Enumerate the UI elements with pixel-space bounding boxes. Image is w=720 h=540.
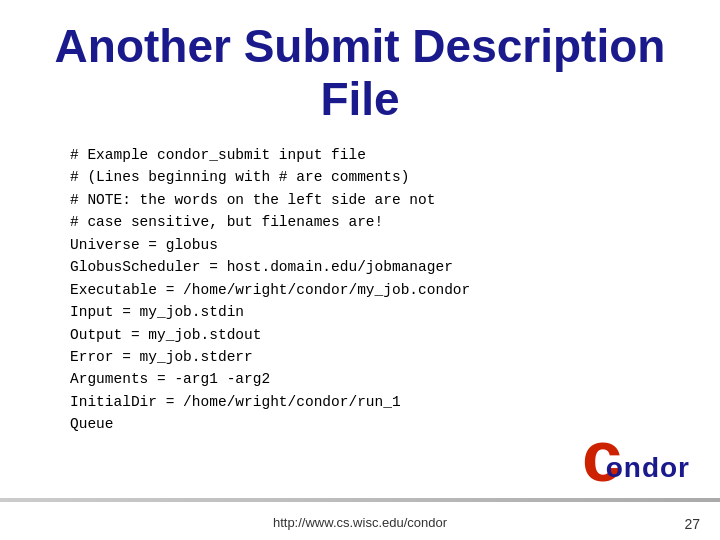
code-line: # NOTE: the words on the left side are n… xyxy=(70,189,680,211)
slide: Another Submit Description File # Exampl… xyxy=(0,0,720,540)
code-line: # Example condor_submit input file xyxy=(70,144,680,166)
code-line: # (Lines beginning with # are comments) xyxy=(70,166,680,188)
code-line: Universe = globus xyxy=(70,234,680,256)
title-line2: File xyxy=(320,73,399,125)
code-line: InitialDir = /home/wright/condor/run_1 xyxy=(70,391,680,413)
slide-title: Another Submit Description File xyxy=(40,20,680,126)
code-line: GlobusScheduler = host.domain.edu/jobman… xyxy=(70,256,680,278)
code-line: Output = my_job.stdout xyxy=(70,324,680,346)
title-line1: Another Submit Description xyxy=(55,20,666,72)
page-number: 27 xyxy=(684,516,700,532)
code-line: Error = my_job.stderr xyxy=(70,346,680,368)
code-line: Arguments = -arg1 -arg2 xyxy=(70,368,680,390)
condor-text: ondor xyxy=(606,452,690,484)
condor-logo: c ondor xyxy=(580,412,690,492)
bottom-bar xyxy=(0,498,720,502)
code-block: # Example condor_submit input file# (Lin… xyxy=(70,144,680,436)
code-line: Input = my_job.stdin xyxy=(70,301,680,323)
code-line: # case sensitive, but filenames are! xyxy=(70,211,680,233)
footer-url: http://www.cs.wisc.edu/condor xyxy=(273,515,447,530)
code-line: Executable = /home/wright/condor/my_job.… xyxy=(70,279,680,301)
